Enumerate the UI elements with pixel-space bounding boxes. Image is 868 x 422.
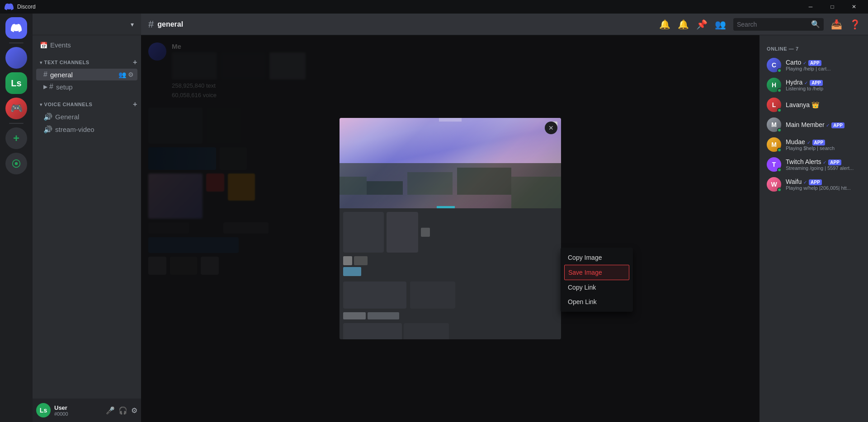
voice-channels-category[interactable]: ▾ VOICE CHANNELS +	[33, 93, 141, 110]
member-item-lavanya[interactable]: L Lavanya 👑	[763, 95, 864, 115]
member-item-carto[interactable]: C Carto ✓ APP Playing /help | cart...	[763, 55, 864, 75]
channel-actions: 👥 ⚙	[118, 71, 134, 78]
members-icon[interactable]: 👥	[715, 19, 726, 30]
channel-header: # general 🔔 🔔 📌 👥 🔍 📥 ❓	[141, 14, 868, 35]
member-avatar-main-member: M	[767, 117, 781, 132]
titlebar-left: Discord	[4, 1, 36, 12]
server-icon-3[interactable]: 🎮	[5, 98, 27, 119]
member-name-hydra: Hydra ✓ APP	[786, 79, 861, 86]
save-image-menu-item[interactable]: Save Image	[564, 265, 629, 280]
events-item[interactable]: 📅 Events	[36, 39, 137, 51]
settings-icon[interactable]: ⚙	[128, 71, 134, 78]
manage-members-icon[interactable]: 👥	[118, 71, 126, 78]
close-button[interactable]: ✕	[844, 0, 864, 14]
add-voice-channel-button[interactable]: +	[133, 100, 137, 108]
notifications-icon[interactable]: 🔔	[678, 19, 689, 30]
titlebar-app-name: Discord	[17, 4, 36, 10]
member-info-hydra: Hydra ✓ APP Listening to /help	[786, 79, 861, 91]
server-icon-2[interactable]: Ls	[5, 72, 27, 94]
member-name-lavanya: Lavanya 👑	[786, 101, 861, 108]
add-server-button[interactable]: +	[5, 127, 27, 149]
member-item-twitch-alerts[interactable]: T Twitch Alerts ✓ APP Streaming /going |…	[763, 155, 864, 174]
member-status-hydra	[777, 88, 782, 93]
member-activity-hydra: Listening to /help	[786, 86, 861, 91]
settings-user-icon[interactable]: ⚙	[131, 406, 137, 415]
user-discriminator: #0000	[54, 411, 102, 417]
pinned-icon[interactable]: 📌	[696, 19, 708, 30]
member-activity-waifu: Playing w/help |206,005| htt...	[786, 185, 861, 191]
messages-wrapper: Me 258,925,840 text 60,058,616 voice	[141, 35, 868, 422]
member-status-lavanya	[777, 108, 782, 113]
server-icon-1[interactable]	[5, 47, 27, 69]
channel-item-stream-video[interactable]: 🔊 stream-video	[36, 123, 137, 136]
close-modal-button[interactable]: ✕	[545, 122, 557, 134]
maximize-button[interactable]: □	[822, 0, 843, 14]
member-item-mudae[interactable]: M Mudae ✓ APP Playing $help | search	[763, 135, 864, 155]
channel-item-general[interactable]: # general 👥 ⚙	[36, 69, 137, 80]
server-divider	[9, 42, 24, 43]
voice-channel-icon-stream: 🔊	[43, 125, 52, 134]
deafen-icon[interactable]: 🎧	[118, 406, 127, 415]
app: Ls 🎮 + ▾ 📅 Events	[0, 14, 868, 422]
messages-area[interactable]: Me 258,925,840 text 60,058,616 voice	[141, 35, 760, 422]
add-text-channel-button[interactable]: +	[133, 58, 137, 66]
member-item-hydra[interactable]: H Hydra ✓ APP Listening to /help	[763, 75, 864, 95]
member-info-mudae: Mudae ✓ APP Playing $help | search	[786, 138, 861, 151]
discover-button[interactable]	[5, 153, 27, 174]
user-info: User #0000	[54, 404, 102, 417]
member-name-carto: Carto ✓ APP	[786, 59, 861, 66]
server-list: Ls 🎮 +	[0, 14, 33, 422]
member-status-main-member	[777, 128, 782, 132]
search-icon: 🔍	[811, 20, 820, 28]
svg-rect-2	[340, 118, 561, 163]
threads-icon[interactable]: 🔔	[659, 19, 670, 30]
username: User	[54, 404, 102, 411]
channel-header-actions: 🔔 🔔 📌 👥 🔍 📥 ❓	[659, 18, 861, 31]
member-avatar-hydra: H	[767, 78, 781, 92]
help-icon[interactable]: ❓	[849, 19, 861, 30]
search-input[interactable]	[737, 21, 808, 28]
mute-icon[interactable]: 🎤	[106, 406, 115, 415]
search-bar[interactable]: 🔍	[733, 18, 824, 31]
member-name-main-member: Main Member ✓ APP	[786, 121, 861, 128]
channel-header-name: general	[157, 20, 183, 28]
member-info-twitch-alerts: Twitch Alerts ✓ APP Streaming /going | 5…	[786, 158, 861, 171]
app-badge-carto: APP	[808, 60, 821, 66]
member-avatar-mudae: M	[767, 137, 781, 152]
verified-icon-hydra: ✓	[804, 80, 808, 85]
main-content: # general 🔔 🔔 📌 👥 🔍 📥 ❓	[141, 14, 868, 422]
svg-rect-10	[439, 118, 462, 122]
server-icon-home[interactable]	[5, 17, 27, 39]
titlebar-controls: ─ □ ✕	[800, 0, 864, 14]
image-modal: ✕	[340, 118, 561, 339]
member-item-waifu[interactable]: W Waifu ✓ APP Playing w/help |206,005| h…	[763, 174, 864, 194]
channel-item-voice-general[interactable]: 🔊 General	[36, 111, 137, 123]
titlebar: Discord ─ □ ✕	[0, 0, 868, 14]
copy-image-menu-item[interactable]: Copy Image	[564, 250, 629, 265]
svg-rect-4	[340, 177, 367, 195]
svg-rect-7	[457, 168, 511, 195]
member-status-carto	[777, 68, 782, 73]
server-header[interactable]: ▾	[33, 14, 141, 35]
server-divider-2	[9, 123, 24, 124]
image-overlay[interactable]: ✕	[141, 35, 760, 422]
context-menu: Copy Image Save Image Copy Link Open Lin…	[561, 248, 633, 312]
member-list: ONLINE — 7 C Carto ✓ APP Playing /help |…	[760, 35, 868, 422]
user-avatar[interactable]: Ls	[36, 403, 51, 417]
channel-name-setup: setup	[56, 83, 134, 91]
member-status-twitch	[777, 168, 782, 172]
member-avatar-lavanya: L	[767, 98, 781, 112]
member-avatar-twitch-alerts: T	[767, 157, 781, 172]
text-channels-category[interactable]: ▾ TEXT CHANNELS +	[33, 51, 141, 68]
channel-item-setup[interactable]: ▶ # setup	[36, 81, 137, 93]
channel-sidebar: ▾ 📅 Events ▾ TEXT CHANNELS + # general	[33, 14, 141, 422]
copy-link-menu-item[interactable]: Copy Link	[564, 280, 629, 295]
chevron-down-icon: ▾	[131, 21, 134, 28]
open-link-menu-item[interactable]: Open Link	[564, 295, 629, 309]
collapse-voice-icon: ▾	[40, 102, 42, 107]
inbox-icon[interactable]: 📥	[831, 19, 842, 30]
discord-logo-icon	[4, 1, 14, 12]
minimize-button[interactable]: ─	[800, 0, 821, 14]
member-item-main-member[interactable]: M Main Member ✓ APP	[763, 115, 864, 135]
svg-rect-8	[511, 177, 561, 208]
